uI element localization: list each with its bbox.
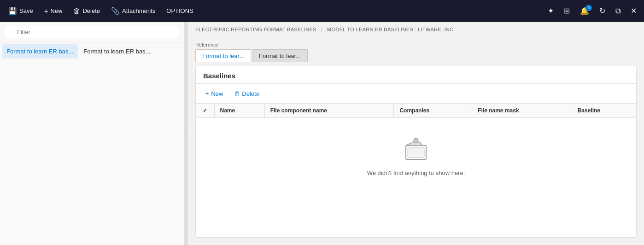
col-file-component: File component name (264, 104, 394, 118)
breadcrumb: ELECTRONIC REPORTING FORMAT BASELINES | … (188, 22, 644, 37)
reference-tab-1[interactable]: Format to lear... (195, 49, 251, 62)
refresh-button[interactable]: ↻ (596, 4, 609, 18)
title-bar: 💾 Save + New 🗑 Delete 📎 Attachments OPTI… (0, 0, 644, 22)
list-items: Format to learn ER bas... Format to lear… (0, 42, 184, 60)
compass-icon: ✦ (548, 6, 554, 15)
col-companies: Companies (394, 104, 472, 118)
baselines-toolbar: + New 🗑 Delete (196, 84, 636, 104)
attachments-button[interactable]: 📎 Attachments (106, 4, 160, 18)
filter-box: 🔍 (0, 22, 184, 42)
empty-state: We didn't find anything to show here. (196, 118, 636, 195)
baselines-header: Baselines (196, 66, 636, 84)
close-button[interactable]: ✕ (627, 4, 640, 18)
filter-wrapper: 🔍 (4, 26, 180, 38)
reference-section: Reference Format to lear... Format to le… (188, 37, 644, 66)
svg-rect-1 (408, 147, 424, 158)
svg-point-5 (413, 140, 415, 142)
expand-button[interactable]: ⧉ (612, 4, 624, 18)
table-container: ✓ Name File component name Companies Fil… (196, 104, 636, 237)
options-button[interactable]: OPTIONS (162, 5, 198, 17)
office-button[interactable]: ⊞ (560, 4, 574, 18)
plus-icon: + (205, 89, 209, 98)
reference-tabs: Format to lear... Format to lear... (195, 49, 637, 62)
col-baseline: Baseline (572, 104, 636, 118)
col-check: ✓ (196, 104, 214, 118)
empty-icon (402, 136, 430, 164)
plus-icon: + (44, 7, 48, 15)
list-item[interactable]: Format to learn ER bas... (79, 44, 155, 58)
delete-icon: 🗑 (73, 7, 80, 15)
right-panel: ELECTRONIC REPORTING FORMAT BASELINES | … (188, 22, 644, 245)
svg-point-6 (416, 140, 417, 141)
col-file-name-mask: File name mask (472, 104, 572, 118)
trash-icon: 🗑 (234, 90, 240, 97)
breadcrumb-separator: | (321, 27, 322, 32)
notification-badge: 0 (585, 5, 592, 11)
filter-input[interactable] (4, 26, 180, 38)
delete-button[interactable]: 🗑 Delete (69, 4, 105, 18)
left-panel: 🔍 Format to learn ER bas... Format to le… (0, 22, 184, 245)
refresh-icon: ↻ (599, 6, 605, 15)
baselines-panel: Baselines + New 🗑 Delete ✓ Name (195, 66, 637, 238)
bell-button[interactable]: 🔔 0 (576, 4, 593, 18)
expand-icon: ⧉ (615, 7, 621, 15)
baselines-delete-button[interactable]: 🗑 Delete (230, 88, 263, 99)
new-button[interactable]: + New (40, 4, 67, 18)
list-item[interactable]: Format to learn ER bas... (2, 44, 78, 58)
paperclip-icon: 📎 (111, 7, 120, 15)
svg-point-8 (412, 142, 413, 143)
save-icon: 💾 (8, 7, 17, 15)
title-bar-right: ✦ ⊞ 🔔 0 ↻ ⧉ ✕ (544, 4, 640, 18)
breadcrumb-part1: ELECTRONIC REPORTING FORMAT BASELINES (195, 27, 316, 32)
office-icon: ⊞ (564, 6, 570, 15)
baselines-title: Baselines (203, 72, 235, 80)
main-layout: 🔍 Format to learn ER bas... Format to le… (0, 22, 644, 245)
breadcrumb-part2: MODEL TO LEARN ER BASELINES : LITWARE, I… (327, 27, 455, 32)
col-name: Name (214, 104, 264, 118)
compass-button[interactable]: ✦ (544, 4, 557, 18)
baselines-table: ✓ Name File component name Companies Fil… (196, 104, 636, 118)
reference-label: Reference (195, 42, 637, 47)
empty-text: We didn't find anything to show here. (367, 169, 465, 176)
reference-tab-2[interactable]: Format to lear... (252, 49, 308, 62)
svg-point-7 (418, 140, 419, 142)
save-button[interactable]: 💾 Save (4, 4, 38, 18)
baselines-new-button[interactable]: + New (201, 88, 227, 99)
close-icon: ✕ (631, 6, 637, 15)
table-header-row: ✓ Name File component name Companies Fil… (196, 104, 636, 118)
svg-point-9 (419, 142, 421, 143)
resize-handle[interactable]: ⋮ (184, 22, 188, 245)
